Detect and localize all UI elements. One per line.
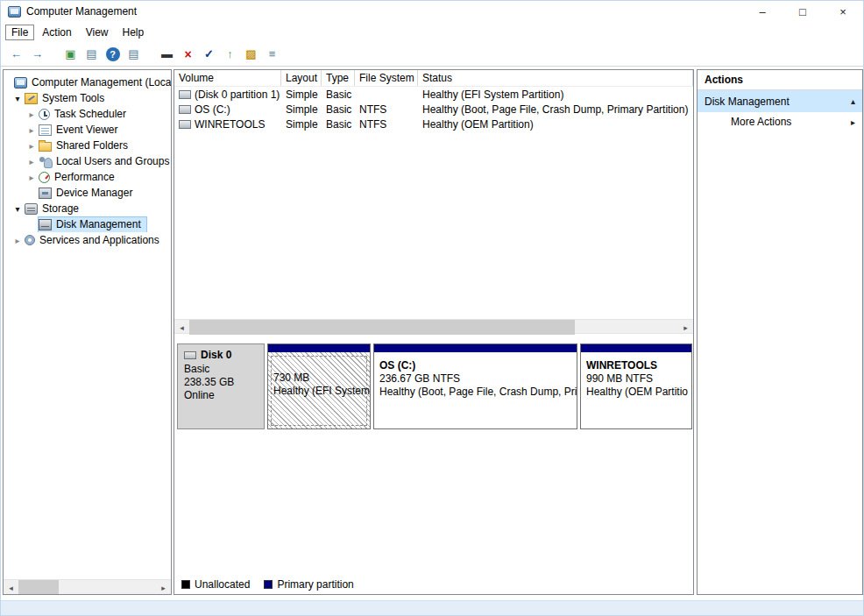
- volume-row-os[interactable]: OS (C:) Simple Basic NTFS Healthy (Boot,…: [174, 102, 693, 117]
- volume-list-header: Volume Layout Type File System Status: [174, 70, 693, 87]
- volume-list-horizontal-scrollbar[interactable]: ◂ ▸: [174, 319, 693, 334]
- forward-button[interactable]: →: [27, 45, 47, 64]
- column-header-status[interactable]: Status: [418, 70, 693, 86]
- check-document-icon: ✓: [204, 47, 214, 60]
- primary-partition-bar: [268, 344, 370, 352]
- computer-icon: [14, 77, 27, 89]
- volume-row-efi[interactable]: (Disk 0 partition 1) Simple Basic Health…: [174, 87, 693, 102]
- partition-size: 990 MB NTFS: [586, 372, 686, 386]
- minimize-button[interactable]: –: [742, 1, 783, 22]
- column-header-type[interactable]: Type: [322, 70, 355, 86]
- back-arrow-icon: ←: [11, 47, 22, 60]
- tree-item-task-scheduler[interactable]: ▸ Task Scheduler: [4, 106, 171, 122]
- up-level-button[interactable]: ↑: [220, 45, 240, 64]
- scroll-right-icon[interactable]: ▸: [156, 580, 171, 595]
- disk-management-pane: Volume Layout Type File System Status (D…: [174, 69, 694, 595]
- device-icon: [39, 188, 52, 199]
- action-disk-management[interactable]: Disk Management ▴: [698, 90, 862, 112]
- menu-help[interactable]: Help: [117, 25, 151, 40]
- show-console-tree-button[interactable]: ▣: [60, 45, 81, 64]
- partition-size: 730 MB: [273, 372, 365, 385]
- scrollbar-thumb[interactable]: [18, 580, 59, 595]
- delete-volume-button[interactable]: ×: [178, 45, 198, 64]
- scroll-left-icon[interactable]: ◂: [174, 320, 189, 335]
- help-button[interactable]: ?: [103, 45, 123, 64]
- partition-efi[interactable]: 730 MB Healthy (EFI System: [267, 343, 371, 429]
- help-icon: ?: [106, 47, 120, 61]
- forward-arrow-icon: →: [32, 47, 43, 60]
- tree-item-label: Services and Applications: [39, 234, 159, 246]
- action-more-actions[interactable]: More Actions ▸: [698, 112, 862, 131]
- tree-item-storage[interactable]: ▾ Storage: [4, 201, 171, 216]
- fields-button[interactable]: ≡: [262, 45, 282, 64]
- column-header-volume[interactable]: Volume: [174, 70, 281, 86]
- tree-item-performance[interactable]: ▸ Performance: [4, 169, 171, 185]
- chevron-right-icon[interactable]: ▸: [25, 125, 39, 135]
- chevron-right-icon[interactable]: ▸: [11, 236, 25, 245]
- scroll-left-icon[interactable]: ◂: [4, 580, 18, 595]
- status-cell: Healthy (EFI System Partition): [418, 89, 693, 101]
- partition-os-c[interactable]: OS (C:) 236.67 GB NTFS Healthy (Boot, Pa…: [373, 343, 577, 429]
- chevron-right-icon[interactable]: ▸: [25, 157, 39, 166]
- partition-legend: Unallocated Primary partition: [181, 578, 354, 591]
- disk-0-info-box[interactable]: Disk 0 Basic 238.35 GB Online: [177, 343, 265, 429]
- volume-name: WINRETOOLS: [195, 118, 265, 131]
- expand-chevron-icon[interactable]: ▸: [851, 117, 855, 127]
- partition-winretools[interactable]: WINRETOOLS 990 MB NTFS Healthy (OEM Part…: [580, 343, 692, 429]
- back-button[interactable]: ←: [6, 45, 26, 64]
- type-cell: Basic: [322, 89, 355, 101]
- tree-item-disk-management[interactable]: Disk Management: [4, 216, 171, 232]
- chevron-right-icon[interactable]: ▸: [25, 110, 39, 119]
- action-label: Disk Management: [705, 96, 790, 108]
- partition-status: Healthy (Boot, Page File, Crash Dump, Pr…: [379, 386, 571, 399]
- performance-gauge-icon: [39, 172, 50, 183]
- console-tree: Computer Management (Local) ▾ System Too…: [4, 70, 171, 248]
- tree-item-services-applications[interactable]: ▸ Services and Applications: [4, 232, 171, 248]
- volume-cell: WINRETOOLS: [174, 118, 281, 131]
- export-list-button[interactable]: ▤: [81, 45, 102, 64]
- up-arrow-icon: ↑: [227, 47, 233, 60]
- menu-view[interactable]: View: [80, 25, 115, 40]
- primary-partition-bar: [581, 344, 691, 352]
- properties-button[interactable]: ✓: [199, 45, 219, 64]
- tree-item-label: Disk Management: [56, 218, 141, 230]
- menu-action[interactable]: Action: [36, 25, 77, 40]
- table-icon: ▤: [86, 47, 96, 60]
- tree-item-shared-folders[interactable]: ▸ Shared Folders: [4, 138, 171, 153]
- views-button[interactable]: ▤: [124, 45, 144, 64]
- disk-status: Online: [184, 389, 258, 402]
- primary-partition-bar: [374, 344, 577, 352]
- scroll-right-icon[interactable]: ▸: [678, 320, 693, 335]
- scrollbar-thumb[interactable]: [189, 320, 575, 335]
- chevron-right-icon[interactable]: ▸: [25, 173, 39, 182]
- tree-item-local-users-groups[interactable]: ▸ Local Users and Groups: [4, 153, 171, 169]
- tree-item-system-tools[interactable]: ▾ System Tools: [4, 90, 171, 106]
- open-folder-button[interactable]: ▨: [241, 45, 261, 64]
- file-system-cell: NTFS: [355, 103, 418, 116]
- tree-item-event-viewer[interactable]: ▸ Event Viewer: [4, 122, 171, 138]
- tree-item-device-manager[interactable]: Device Manager: [4, 185, 171, 201]
- close-button[interactable]: ×: [823, 1, 863, 22]
- partition-status: Healthy (EFI System: [273, 385, 365, 398]
- tree-item-computer-management[interactable]: Computer Management (Local): [4, 74, 171, 90]
- column-header-layout[interactable]: Layout: [281, 70, 322, 86]
- window-bottom-strip: [1, 600, 863, 615]
- chevron-down-icon[interactable]: ▾: [11, 94, 25, 103]
- selected-tree-item[interactable]: Disk Management: [39, 217, 146, 232]
- console-window-button[interactable]: ▬: [157, 45, 177, 64]
- tree-item-label: Shared Folders: [56, 139, 128, 152]
- event-log-icon: [39, 124, 52, 136]
- type-cell: Basic: [322, 118, 355, 131]
- column-header-file-system[interactable]: File System: [355, 70, 418, 86]
- chevron-down-icon[interactable]: ▾: [11, 204, 25, 214]
- collapse-chevron-icon[interactable]: ▴: [851, 96, 855, 106]
- unallocated-swatch: [181, 580, 190, 589]
- menu-file[interactable]: File: [5, 25, 34, 40]
- title-bar: Computer Management – □ ×: [1, 1, 863, 22]
- disk-name: Disk 0: [184, 349, 258, 361]
- maximize-button[interactable]: □: [783, 1, 823, 22]
- tree-horizontal-scrollbar[interactable]: ◂ ▸: [4, 579, 171, 594]
- folder-icon: ▨: [245, 47, 256, 60]
- chevron-right-icon[interactable]: ▸: [25, 141, 39, 151]
- volume-row-winretools[interactable]: WINRETOOLS Simple Basic NTFS Healthy (OE…: [174, 117, 693, 131]
